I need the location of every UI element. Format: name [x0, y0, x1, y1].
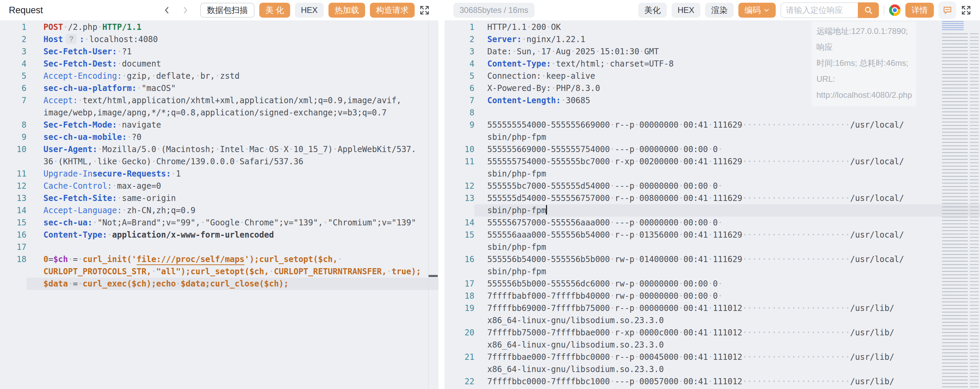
line-number: 6	[0, 82, 27, 94]
code-content: sec-ch-ua-mobile:·?0	[27, 131, 438, 143]
code-content: sbin/php-fpm	[474, 131, 980, 143]
minimap-body-lines	[942, 33, 968, 387]
line-number	[0, 155, 27, 168]
code-line: CURLOPT_PROTOCOLS_STR,·"all");curl_setop…	[0, 265, 438, 277]
construct-request-button[interactable]: 构造请求	[370, 3, 415, 18]
encode-dropdown-button[interactable]: 编码	[738, 3, 776, 18]
line-number: 10	[444, 143, 474, 155]
request-editor[interactable]: 1POST·/2.php·HTTP/1.12Host?:·localhost:4…	[0, 21, 438, 389]
code-line: 7Accept:·text/html,application/xhtml+xml…	[0, 94, 438, 107]
line-number	[444, 339, 474, 351]
fullscreen-icon	[961, 5, 971, 15]
code-line: 11Upgrade-Insecure-Requests:·1	[0, 168, 438, 180]
code-content: 0=$ch·=·curl_init('file:///proc/self/map…	[27, 253, 438, 265]
code-line: 14Accept-Language:·zh-CN,zh;q=0.9	[0, 204, 438, 217]
line-number: 17	[444, 277, 474, 290]
code-line: sbin/php-fpm	[444, 131, 980, 143]
code-line: image/webp,image/apng,*/*;q=0.8,applicat…	[0, 107, 438, 119]
hot-reload-button[interactable]: 热加载	[328, 3, 365, 18]
code-line: 36·(KHTML,·like·Gecko)·Chrome/139.0.0.0·…	[0, 155, 438, 168]
beautify-request-button[interactable]: 美 化	[259, 3, 290, 18]
line-number: 13	[444, 192, 474, 204]
chevron-right-icon	[181, 5, 190, 15]
code-line: 14555556757000-555556aaa000·---p·0000000…	[444, 217, 980, 229]
code-line: sbin/php-fpm	[444, 265, 980, 277]
details-button[interactable]: 详情	[905, 3, 934, 18]
line-number	[0, 277, 27, 290]
code-line: 9sec-ch-ua-mobile:·?0	[0, 131, 438, 143]
code-content: 555555754000-555555bc7000·r-xp·00200000·…	[474, 155, 980, 168]
packet-scan-button[interactable]: 数据包扫描	[200, 3, 255, 18]
code-content: x86_64-linux-gnu/libsodium.so.23.3.0	[474, 339, 980, 351]
minimap-header-lines	[942, 21, 964, 31]
render-response-button[interactable]: 渲染	[705, 3, 733, 18]
hex-request-button[interactable]: HEX	[295, 3, 324, 18]
comment-button[interactable]	[939, 2, 956, 19]
line-number: 1	[444, 21, 474, 33]
line-number: 8	[444, 107, 474, 119]
search-button[interactable]	[858, 2, 879, 18]
line-number	[0, 265, 27, 277]
line-number: 18	[444, 290, 474, 302]
line-number: 7	[0, 94, 27, 107]
chevron-left-icon	[162, 5, 172, 15]
code-line: x86_64-linux-gnu/libsodium.so.23.3.0	[444, 314, 980, 327]
code-content: x86_64-linux-gnu/libsodium.so.23.3.0	[474, 314, 980, 327]
code-content: 7ffffbabf000-7ffffbb40000·rw-p·00000000·…	[474, 290, 980, 302]
code-content: sbin/php-fpm	[474, 168, 980, 180]
response-header: 30685bytes / 16ms 美化 HEX 渲染 编码 详情	[444, 0, 980, 21]
code-content: Accept-Language:·zh-CN,zh;q=0.9	[27, 204, 438, 217]
request-scrollbar-track	[428, 21, 429, 389]
code-line: 8	[444, 107, 980, 119]
line-number: 11	[0, 168, 27, 180]
code-content: Sec-Fetch-User:·?1	[27, 46, 438, 58]
code-line: 16Content-Type:·application/x-www-form-u…	[0, 229, 438, 241]
response-meta-tooltip: 远端地址:127.0.0.1:7890; 响应 时间:16ms; 总耗时:46m…	[812, 22, 916, 106]
code-content: sbin/php-fpm	[474, 204, 980, 217]
expand-request-button[interactable]	[419, 5, 430, 15]
code-content: 555556aaa000-555556b54000·r--p·01356000·…	[474, 229, 980, 241]
search-input[interactable]	[781, 2, 858, 18]
hex-response-button[interactable]: HEX	[671, 3, 700, 18]
code-line: 12555555bc7000-555555d54000·---p·0000000…	[444, 180, 980, 192]
line-number: 11	[444, 155, 474, 168]
request-scroll-marker[interactable]	[429, 275, 438, 277]
expand-response-button[interactable]	[961, 5, 971, 15]
line-number: 20	[444, 327, 474, 339]
search-icon	[864, 6, 873, 14]
line-number: 14	[0, 204, 27, 217]
text-cursor	[546, 205, 547, 215]
line-number: 10	[0, 143, 27, 155]
code-content: Upgrade-Insecure-Requests:·1	[27, 168, 438, 180]
minimap[interactable]	[940, 21, 980, 389]
prev-packet-button[interactable]	[162, 5, 172, 15]
request-panel: Request 数据包扫描 美 化 HEX 热加载 构造请求 1POST·/2.…	[0, 0, 438, 389]
line-number	[444, 168, 474, 180]
code-line: 4Sec-Fetch-Dest:·document	[0, 58, 438, 70]
chrome-icon[interactable]	[889, 5, 900, 16]
code-line: 3Sec-Fetch-User:·?1	[0, 46, 438, 58]
line-number: 5	[0, 70, 27, 82]
line-number: 12	[444, 180, 474, 192]
code-content: Sec-Fetch-Site:·same-origin	[27, 192, 438, 204]
tooltip-line: 远端地址:127.0.0.1:7890; 响应	[816, 23, 912, 55]
packet-editor-app: Request 数据包扫描 美 化 HEX 热加载 构造请求 1POST·/2.…	[0, 0, 980, 389]
code-content: $data·=·curl_exec($ch);echo·$data;curl_c…	[27, 277, 438, 290]
code-line: 8Sec-Fetch-Mode:·navigate	[0, 119, 438, 131]
line-number: 6	[444, 82, 474, 94]
code-line: 207ffffbb75000-7ffffbbae000·r-xp·0000c00…	[444, 327, 980, 339]
line-number: 1	[0, 21, 27, 33]
next-packet-button[interactable]	[181, 5, 190, 15]
code-content: 7ffffbb75000-7ffffbbae000·r-xp·0000c000·…	[474, 327, 980, 339]
code-content: 7ffffbbae000-7ffffbbc0000·r--p·00045000·…	[474, 351, 980, 363]
line-number: 8	[0, 119, 27, 131]
line-number: 3	[444, 46, 474, 58]
tooltip-line: 时间:16ms; 总耗时:46ms; URL:	[816, 55, 912, 87]
code-content: image/webp,image/apng,*/*;q=0.8,applicat…	[27, 107, 438, 119]
code-content: sec-ch-ua:·"Not;A=Brand";v="99",·"Google…	[27, 217, 438, 229]
beautify-response-button[interactable]: 美化	[638, 3, 667, 18]
line-number: 2	[0, 33, 27, 46]
request-header: Request 数据包扫描 美 化 HEX 热加载 构造请求	[0, 0, 438, 21]
line-number	[0, 107, 27, 119]
code-content: sec-ch-ua-platform:·"macOS"	[27, 82, 438, 94]
